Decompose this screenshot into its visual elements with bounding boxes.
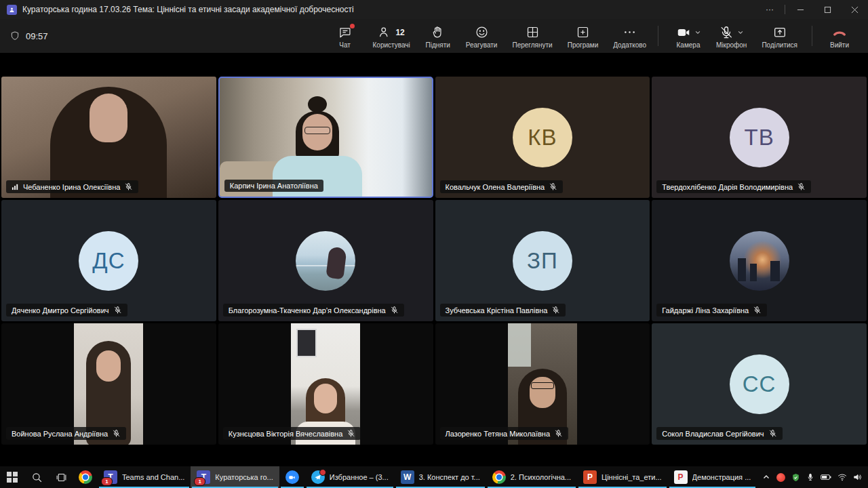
- initials-avatar: СС: [730, 354, 789, 414]
- taskbar-app-teams[interactable]: T 1 Teams and Chan...: [98, 466, 191, 488]
- microphone-button[interactable]: Мікрофон: [710, 22, 753, 50]
- mic-muted-icon: [390, 306, 399, 314]
- audio-bars-icon: [12, 183, 19, 190]
- more-icon: [623, 25, 637, 39]
- raise-hand-icon: [431, 25, 445, 39]
- timer-value: 09:57: [26, 31, 48, 41]
- name-label: Дяченко Дмитро Сергійович: [6, 304, 127, 317]
- taskbar-app-teams-meeting[interactable]: T 1 Кураторська го...: [191, 466, 279, 488]
- participant-tile[interactable]: Чебаненко Ірина Олексіївна: [1, 77, 216, 198]
- more-label: Додатково: [613, 41, 646, 49]
- zoom-icon: [285, 470, 299, 484]
- name-label: Войнова Руслана Андріївна: [6, 427, 126, 440]
- mic-muted-icon: [551, 306, 560, 314]
- start-button[interactable]: [0, 466, 24, 488]
- taskbar-app-telegram[interactable]: Избранное – (3...: [305, 466, 395, 488]
- window-title: Кураторська година 17.03.26 Тема: Цінніс…: [22, 5, 354, 14]
- meeting-timer[interactable]: 09:57: [9, 30, 48, 41]
- participant-tile[interactable]: ЗП Зубчевська Крістіна Павлівна: [435, 200, 650, 321]
- chat-icon: [338, 25, 352, 40]
- photo-avatar: [296, 231, 355, 291]
- participant-tile[interactable]: КВ Ковальчук Олена Валеріївна: [435, 77, 650, 198]
- apps-icon: [576, 25, 590, 39]
- share-button[interactable]: Поділитися: [755, 22, 804, 50]
- taskbar-app-zoom[interactable]: [279, 466, 305, 488]
- react-button[interactable]: Реагувати: [460, 22, 504, 50]
- powerpoint-icon: P: [583, 470, 597, 484]
- toolbar-center-group: Чат 12 Користувачі Підняти Реагувати: [326, 22, 653, 50]
- camera-chevron-down-icon[interactable]: [694, 29, 701, 36]
- camera-button[interactable]: Камера: [669, 22, 707, 50]
- tray-chevron-up-icon[interactable]: [762, 473, 770, 481]
- camera-icon: [676, 25, 691, 40]
- chat-badge: [350, 24, 355, 28]
- titlebar-divider: [785, 5, 785, 14]
- microphone-label: Мікрофон: [716, 41, 747, 49]
- initials-avatar: ЗП: [513, 231, 572, 291]
- taskbar-chrome-button[interactable]: [73, 466, 98, 488]
- people-icon: [378, 25, 392, 39]
- leave-button[interactable]: Вийти: [821, 22, 859, 50]
- tray-wifi-icon[interactable]: [837, 473, 847, 481]
- participant-tile[interactable]: СС Сокол Владислав Сергійович: [652, 323, 867, 445]
- windows-logo-icon: [7, 472, 18, 483]
- share-screen-icon: [772, 25, 787, 40]
- tray-microphone-icon[interactable]: [806, 473, 814, 481]
- participant-grid: Чебаненко Ірина Олексіївна Карпич Ірина …: [1, 77, 867, 445]
- participant-tile[interactable]: Войнова Руслана Андріївна: [1, 323, 216, 445]
- participant-tile[interactable]: ДС Дяченко Дмитро Сергійович: [1, 200, 216, 321]
- participant-tile[interactable]: ТВ Твердохлібенко Дарія Володимирівна: [652, 77, 867, 198]
- chat-button[interactable]: Чат: [326, 22, 364, 50]
- participant-tile[interactable]: Лазоренко Тетяна Миколаївна: [435, 323, 650, 445]
- tray-app-red-icon[interactable]: [776, 473, 785, 482]
- chrome-icon: [79, 470, 92, 484]
- participant-tile[interactable]: Гайдаржі Ліна Захаріївна: [652, 200, 867, 321]
- taskbar-search-button[interactable]: [24, 466, 49, 488]
- task-view-button[interactable]: [49, 466, 73, 488]
- tray-volume-icon[interactable]: [853, 473, 863, 481]
- teams-meeting-window: Кураторська година 17.03.26 Тема: Цінніс…: [0, 0, 868, 488]
- apps-label: Програми: [568, 41, 599, 49]
- name-label: Чебаненко Ірина Олексіївна: [6, 180, 138, 193]
- window-more-button[interactable]: ···: [756, 0, 783, 19]
- view-button[interactable]: Переглянути: [506, 22, 558, 50]
- apps-button[interactable]: Програми: [561, 22, 605, 50]
- taskbar-app-word[interactable]: W 3. Конспект до т...: [395, 466, 486, 488]
- initials-avatar: ТВ: [730, 108, 789, 167]
- meeting-toolbar: 09:57 Чат 12 Користувачі: [0, 19, 868, 53]
- name-label: Кузнєцова Вікторія Вячеславівна: [223, 427, 361, 440]
- meeting-stage: Чебаненко Ірина Олексіївна Карпич Ірина …: [0, 53, 868, 466]
- name-label: Лазоренко Тетяна Миколаївна: [440, 427, 569, 440]
- mic-muted-icon: [549, 182, 557, 191]
- close-button[interactable]: [841, 0, 868, 19]
- teams-app-icon: [7, 5, 17, 15]
- leave-label: Вийти: [830, 41, 849, 49]
- participants-count: 12: [395, 28, 404, 37]
- taskbar-app-pdf-show[interactable]: P Демонстрация ...: [668, 466, 757, 488]
- microphone-chevron-down-icon[interactable]: [737, 29, 744, 36]
- participants-button[interactable]: 12 Користувачі: [367, 22, 416, 50]
- minimize-button[interactable]: [787, 0, 814, 19]
- mic-muted-icon: [124, 182, 133, 191]
- participants-label: Користувачі: [373, 41, 410, 49]
- mic-muted-icon: [797, 182, 806, 191]
- mic-muted-icon: [753, 306, 762, 314]
- mic-muted-icon: [113, 306, 122, 314]
- name-label: Благорозумна-Ткаченко Дар'я Олександрівн…: [223, 304, 404, 317]
- view-icon: [526, 25, 540, 39]
- participant-tile-speaking[interactable]: Карпич Ірина Анатоліївна: [218, 77, 433, 198]
- tray-antivirus-shield-icon[interactable]: [791, 473, 800, 482]
- notification-badge: 1: [194, 477, 205, 486]
- name-label: Зубчевська Крістіна Павлівна: [440, 304, 566, 317]
- system-tray: УКР 16:07 17.03.2026: [757, 466, 868, 488]
- tray-battery-icon[interactable]: [821, 473, 831, 481]
- more-button[interactable]: Додатково: [607, 22, 652, 50]
- maximize-button[interactable]: [814, 0, 841, 19]
- photo-avatar: [730, 231, 789, 291]
- participant-tile[interactable]: Кузнєцова Вікторія Вячеславівна: [218, 323, 433, 445]
- participant-tile[interactable]: Благорозумна-Ткаченко Дар'я Олександрівн…: [218, 200, 433, 321]
- raise-hand-button[interactable]: Підняти: [419, 22, 457, 50]
- taskbar-app-chrome-doc[interactable]: 2. Психологічна...: [486, 466, 577, 488]
- task-view-icon: [56, 472, 67, 483]
- taskbar-app-powerpoint[interactable]: P Ціннісні_та_ети...: [577, 466, 668, 488]
